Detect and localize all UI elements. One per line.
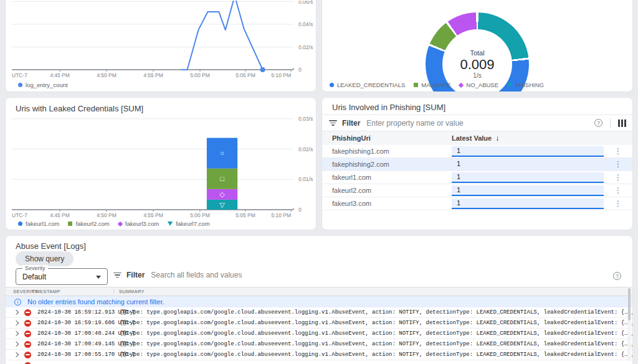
sort-desc-icon[interactable]: ↓ xyxy=(495,134,499,142)
latest-value-cell: 1 xyxy=(452,198,609,209)
diamond-marker-icon xyxy=(118,221,123,226)
x-tick-label: 5:10 PM xyxy=(271,212,291,218)
x-tick-label: UTC-7 xyxy=(12,72,27,78)
row-menu-icon[interactable]: ⋮ xyxy=(609,147,627,156)
expand-chevron-icon[interactable] xyxy=(14,331,19,336)
expand-chevron-icon[interactable] xyxy=(14,342,19,347)
table-row[interactable]: fakephishing1.com1⋮ xyxy=(322,145,632,158)
filter-icon xyxy=(113,273,121,278)
filter-input[interactable]: Enter property name or value xyxy=(366,119,594,128)
table-row[interactable]: fakeurl1.com1⋮ xyxy=(322,171,632,184)
log-timestamp: 2024-10-30 17:00:55.170 UTC-7 xyxy=(37,352,120,358)
x-tick-label: 4:55 PM xyxy=(143,72,163,78)
log-row[interactable]: 2024-10-30 17:00:55.170 UTC-7{@type: typ… xyxy=(6,350,632,360)
x-tick-label: 4:45 PM xyxy=(50,212,70,218)
log-timestamp: 2024-10-30 17:00:49.145 UTC-7 xyxy=(37,341,120,347)
legend-label: fakeurl3.com xyxy=(125,220,159,227)
tri-marker-icon xyxy=(168,222,173,226)
value-bar: 1 xyxy=(452,198,604,209)
row-menu-icon[interactable]: ⋮ xyxy=(609,186,627,195)
donut-chart[interactable]: Total 0.009 1/s xyxy=(426,12,529,92)
table-row[interactable]: fakeurl2.com1⋮ xyxy=(322,184,632,197)
severity-error-icon xyxy=(24,320,31,327)
row-menu-icon[interactable]: ⋮ xyxy=(609,199,627,208)
expand-chevron-icon[interactable] xyxy=(14,310,19,315)
legend-item[interactable]: MALWARE xyxy=(414,82,450,88)
value-bar: 1 xyxy=(452,159,604,170)
diamond-marker-icon xyxy=(459,82,464,87)
y-tick-label: 0.04/s xyxy=(298,21,313,27)
logs-info-banner: i No older entries found matching curren… xyxy=(6,296,632,307)
help-icon[interactable]: ? xyxy=(613,272,621,280)
divider xyxy=(610,118,611,128)
x-tick-label: 4:50 PM xyxy=(97,212,117,218)
legend-item[interactable]: fakeurl1.com xyxy=(18,220,59,227)
severity-dropdown[interactable]: Severity Default xyxy=(16,268,108,285)
show-query-button[interactable]: Show query xyxy=(16,251,74,266)
legend-item[interactable]: LEAKED_CREDENTIALS xyxy=(330,82,405,88)
x-tick-label: UTC-7 xyxy=(12,212,27,218)
legend-item[interactable]: fakeurl7.com xyxy=(168,220,209,227)
logs-search-input[interactable]: Search all fields and values xyxy=(151,271,242,279)
column-settings-icon[interactable] xyxy=(618,119,626,127)
log-row[interactable]: 2024-10-30 17:00:49.145 UTC-7{@type: typ… xyxy=(6,339,632,350)
legend-label: log_entry_count xyxy=(26,82,68,88)
x-tick-label: 5:00 PM xyxy=(190,212,210,218)
line-chart: 0.06/s0.04/s0.02/s0UTC-74:45 PM4:50 PM4:… xyxy=(6,1,317,80)
widget-title: Abuse Event [Logs] xyxy=(16,241,86,251)
legend-item[interactable]: NO_ABUSE xyxy=(459,82,498,88)
expand-chevron-icon[interactable] xyxy=(14,320,19,325)
row-menu-icon[interactable]: ⋮ xyxy=(609,160,627,169)
y-tick-label: 0.02/s xyxy=(298,146,313,152)
table-row[interactable]: fakephishing2.com1⋮ xyxy=(322,158,632,171)
log-summary: {@type: type.googleapis.com/google.cloud… xyxy=(120,320,632,326)
table-filterbar[interactable]: Filter Enter property name or value ? xyxy=(322,115,632,131)
severity-error-icon xyxy=(24,309,31,316)
log-row[interactable]: 2024-10-30 16:59:12.913 UTC-7{@type: typ… xyxy=(6,307,632,318)
severity-error-icon xyxy=(24,341,31,348)
column-header-phishinguri[interactable]: PhishingUri xyxy=(322,134,452,142)
column-header-latest-value[interactable]: Latest Value ↓ xyxy=(452,134,609,142)
severity-error-icon xyxy=(24,362,31,364)
x-tick-label: 5:05 PM xyxy=(236,72,255,78)
y-tick-label: 0.03/s xyxy=(298,116,313,122)
x-tick-label: 5:00 PM xyxy=(190,72,210,78)
phishing-uri-cell: fakephishing2.com xyxy=(322,161,452,168)
table-header-row: PhishingUri Latest Value ↓ xyxy=(322,131,632,145)
value-bar: 1 xyxy=(452,185,604,196)
logs-scrollbar[interactable] xyxy=(627,287,631,362)
latest-value-cell: 1 xyxy=(452,146,609,157)
circle-marker-icon xyxy=(18,83,22,87)
severity-error-icon xyxy=(24,352,31,358)
x-tick-label: 4:45 PM xyxy=(50,72,70,78)
log-row[interactable]: 2024-10-30 16:59:19.606 UTC-7{@type: typ… xyxy=(6,318,632,329)
expand-chevron-icon[interactable] xyxy=(14,352,19,357)
legend-label: NO_ABUSE xyxy=(466,82,498,88)
legend-label: fakeurl1.com xyxy=(26,220,59,227)
legend-item[interactable]: fakeurl3.com xyxy=(118,220,159,227)
scrollbar-thumb[interactable] xyxy=(628,288,631,320)
phishing-uri-cell: fakephishing1.com xyxy=(322,147,452,155)
help-icon[interactable]: ? xyxy=(594,119,602,127)
widget-title: Uris Involved in Phishing [SUM] xyxy=(332,103,445,112)
phishing-uri-cell: fakeurl1.com xyxy=(322,174,452,181)
logs-filterbar[interactable]: Filter Search all fields and values xyxy=(113,271,242,279)
table-titlebar: Uris Involved in Phishing [SUM] xyxy=(322,98,632,115)
row-menu-icon[interactable]: ⋮ xyxy=(609,173,627,182)
legend-label: fakeurl7.com xyxy=(176,220,209,227)
x-tick-label: 4:55 PM xyxy=(143,212,163,218)
table-row[interactable]: fakeurl3.com1⋮ xyxy=(322,197,632,210)
filter-icon xyxy=(328,120,337,126)
widget-log-entry-count: 0.06/s0.04/s0.02/s0UTC-74:45 PM4:50 PM4:… xyxy=(5,0,317,92)
legend-item[interactable]: PHISHING xyxy=(507,82,544,88)
table-body: fakephishing1.com1⋮fakephishing2.com1⋮fa… xyxy=(322,145,632,210)
widget-uris-leaked-credentials: Uris with Leaked Credentials [SUM] 0.03/… xyxy=(5,97,317,230)
widget-abuse-detection-donut: Total 0.009 1/s LEAKED_CREDENTIALSMALWAR… xyxy=(321,0,633,92)
log-row[interactable]: 2024-10-30 17:00:40.244 UTC-7{@type: typ… xyxy=(6,329,632,339)
legend-item[interactable]: fakeurl2.com xyxy=(68,220,109,227)
circle-marker-icon xyxy=(330,83,334,87)
log-timestamp: 2024-10-30 16:59:19.606 UTC-7 xyxy=(37,320,120,326)
legend-item[interactable]: log_entry_count xyxy=(18,82,68,88)
log-row[interactable] xyxy=(6,360,632,364)
bar-segment-marker-icon: □ xyxy=(220,175,224,182)
